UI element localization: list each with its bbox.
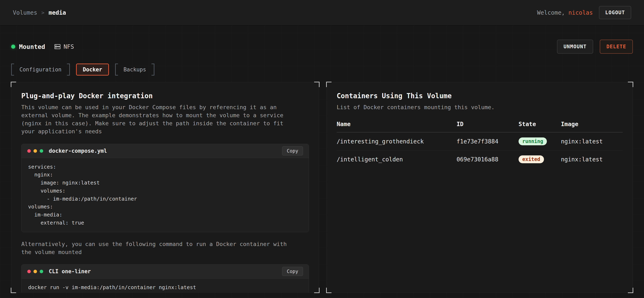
panel-title: Plug-and-play Docker integration bbox=[21, 92, 309, 100]
bracket-right-icon bbox=[67, 64, 70, 76]
cli-intro-text: Alternatively, you can use the following… bbox=[21, 240, 292, 256]
copy-cli-button[interactable]: Copy bbox=[282, 267, 303, 276]
mounted-status-dot-icon bbox=[11, 45, 15, 49]
window-dot-red-icon bbox=[27, 149, 31, 153]
state-badge: exited bbox=[518, 155, 544, 163]
docker-integration-panel: Plug-and-play Docker integration This vo… bbox=[11, 82, 319, 293]
column-header-state: State bbox=[518, 121, 561, 128]
code-block-header: CLI one-liner Copy bbox=[22, 265, 309, 279]
tab-configuration[interactable]: Configuration bbox=[11, 64, 70, 76]
containers-table: Name ID State Image /interesting_grothen… bbox=[337, 121, 623, 168]
filesystem-type: NFS bbox=[54, 43, 74, 50]
table-header-row: Name ID State Image bbox=[337, 121, 623, 133]
window-dot-red-icon bbox=[27, 270, 31, 273]
containers-subtitle: List of Docker containers mounting this … bbox=[337, 103, 608, 111]
main-content: Mounted NFS UNMOUNT DELETE Configuration bbox=[0, 26, 644, 293]
topbar: Volumes > media Welcome, nicolas LOGOUT bbox=[0, 0, 644, 26]
mounted-label: Mounted bbox=[19, 43, 45, 50]
tab-backups[interactable]: Backups bbox=[115, 64, 154, 76]
bracket-left-icon bbox=[11, 64, 14, 76]
column-header-image: Image bbox=[561, 121, 623, 128]
container-image: nginx:latest bbox=[561, 138, 623, 145]
container-image: nginx:latest bbox=[561, 156, 623, 163]
tab-label: Configuration bbox=[14, 64, 67, 76]
welcome-text: Welcome, nicolas bbox=[537, 9, 593, 16]
delete-button[interactable]: DELETE bbox=[600, 40, 633, 54]
tab-docker[interactable]: Docker bbox=[76, 64, 109, 76]
window-dot-yellow-icon bbox=[34, 149, 37, 153]
unmount-button[interactable]: UNMOUNT bbox=[557, 40, 593, 54]
nfs-server-icon bbox=[54, 43, 61, 50]
window-dot-green-icon bbox=[40, 149, 43, 153]
cli-code-block: CLI one-liner Copy docker run -v im-medi… bbox=[21, 264, 309, 293]
container-name: /interesting_grothendieck bbox=[337, 138, 456, 145]
breadcrumb-volumes-link[interactable]: Volumes bbox=[13, 9, 37, 16]
column-header-name: Name bbox=[337, 121, 456, 128]
volume-actions: UNMOUNT DELETE bbox=[557, 40, 633, 54]
container-state-cell: exited bbox=[518, 155, 561, 163]
logout-button[interactable]: LOGOUT bbox=[599, 6, 631, 19]
container-state-cell: running bbox=[518, 138, 561, 145]
container-name: /intelligent_colden bbox=[337, 156, 456, 163]
cli-code: docker run -v im-media:/path/in/containe… bbox=[22, 279, 309, 293]
window-dot-yellow-icon bbox=[34, 270, 37, 273]
state-badge: running bbox=[518, 138, 547, 145]
containers-panel: Containers Using This Volume List of Doc… bbox=[326, 82, 633, 293]
compose-code-block: docker-compose.yml Copy services: nginx:… bbox=[21, 144, 309, 232]
code-block-title: docker-compose.yml bbox=[49, 148, 107, 154]
table-row: /intelligent_colden069e73016a88exitedngi… bbox=[337, 150, 623, 168]
containers-table-body: /interesting_grothendieckf1e73e7f3884run… bbox=[337, 133, 623, 168]
breadcrumb-current: media bbox=[48, 9, 66, 16]
container-id: 069e73016a88 bbox=[456, 156, 518, 163]
panels-row: Plug-and-play Docker integration This vo… bbox=[11, 82, 633, 293]
table-row: /interesting_grothendieckf1e73e7f3884run… bbox=[337, 133, 623, 150]
welcome-prefix: Welcome, bbox=[537, 9, 565, 16]
breadcrumb: Volumes > media bbox=[13, 9, 66, 16]
compose-code: services: nginx: image: nginx:latest vol… bbox=[22, 158, 309, 232]
code-block-title: CLI one-liner bbox=[49, 268, 91, 275]
tab-bar: Configuration Docker Backups bbox=[11, 64, 633, 76]
tab-label: Backups bbox=[118, 64, 152, 76]
tab-label: Docker bbox=[77, 64, 108, 75]
panel-title: Containers Using This Volume bbox=[337, 92, 623, 100]
volume-detail-page: Volumes > media Welcome, nicolas LOGOUT … bbox=[0, 0, 644, 293]
bracket-left-icon bbox=[115, 64, 118, 76]
docker-description: This volume can be used in your Docker C… bbox=[21, 103, 292, 136]
window-dot-green-icon bbox=[40, 270, 43, 273]
username: nicolas bbox=[568, 9, 593, 16]
fs-label: NFS bbox=[64, 43, 74, 50]
column-header-id: ID bbox=[456, 121, 518, 128]
code-block-header: docker-compose.yml Copy bbox=[22, 144, 309, 158]
bracket-right-icon bbox=[152, 64, 154, 76]
topbar-right: Welcome, nicolas LOGOUT bbox=[537, 6, 631, 19]
copy-compose-button[interactable]: Copy bbox=[282, 146, 303, 155]
breadcrumb-separator-icon: > bbox=[41, 10, 44, 16]
container-id: f1e73e7f3884 bbox=[456, 138, 518, 145]
volume-status-row: Mounted NFS UNMOUNT DELETE bbox=[11, 40, 633, 54]
